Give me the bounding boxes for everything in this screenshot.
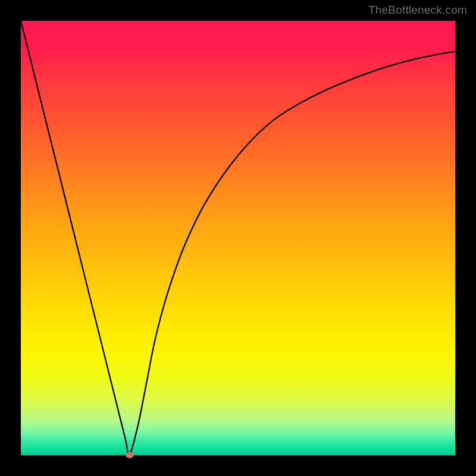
bottleneck-curve [21, 21, 455, 455]
chart-frame: TheBottleneck.com [0, 0, 476, 476]
attribution-text: TheBottleneck.com [368, 4, 467, 17]
min-point-dot [126, 452, 134, 458]
plot-area [21, 21, 455, 455]
curve-path [21, 21, 455, 455]
